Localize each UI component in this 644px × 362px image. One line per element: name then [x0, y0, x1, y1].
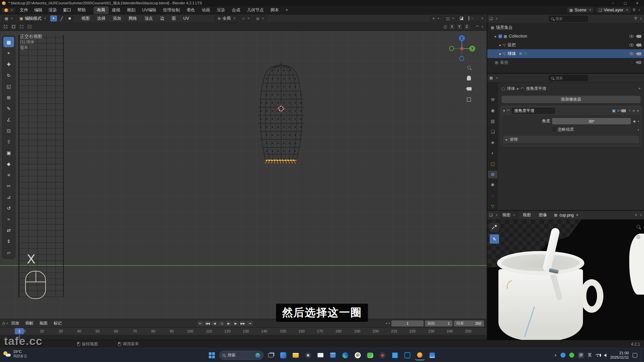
chrome-browser-button[interactable] — [353, 350, 363, 360]
navigation-gizmo[interactable]: Z Y — [448, 35, 475, 62]
menu-view[interactable]: 视图 — [36, 320, 50, 327]
tool-measure[interactable]: ∠ — [3, 114, 14, 125]
tool-transform[interactable]: ⊞ — [3, 92, 14, 103]
menu-view[interactable]: 视图 — [78, 15, 93, 22]
store-button[interactable] — [328, 350, 338, 360]
workspace-tab-uv[interactable]: UV编辑 — [139, 6, 160, 14]
annotate-tool[interactable]: ✎ — [489, 234, 499, 244]
camera-icon[interactable] — [637, 35, 641, 38]
tab-scene[interactable]: ◈ — [488, 138, 497, 146]
tool-smooth[interactable]: ≈ — [3, 214, 14, 224]
tray-icon-green[interactable] — [569, 353, 574, 358]
select-mode-vertex[interactable]: • — [50, 15, 57, 21]
outliner-row-scene-collection[interactable]: ▦ 场景集合 — [487, 23, 644, 32]
viewlayer-selector[interactable]: ❏ ViewLayer ✕ — [596, 7, 631, 13]
expand-icon[interactable]: ▸ — [495, 34, 497, 39]
wechat-button[interactable] — [365, 350, 375, 360]
ortho-grid-icon[interactable] — [465, 95, 473, 104]
breadcrumb-object[interactable]: 球体 — [507, 86, 515, 92]
mirror-z-toggle[interactable]: Z — [464, 24, 470, 30]
outliner-search-input[interactable] — [555, 17, 586, 21]
outliner-row-backup[interactable]: ▦ 备份 — [487, 58, 644, 67]
tab-tool[interactable]: ⚒ — [488, 96, 497, 104]
menu-file[interactable]: 文件 — [17, 7, 31, 14]
edge-browser-button[interactable] — [340, 350, 351, 360]
shading-wireframe-button[interactable] — [468, 16, 470, 21]
playhead-marker[interactable]: 1 — [15, 328, 24, 334]
prev-frame-button[interactable]: ◀ — [211, 320, 218, 326]
tab-output[interactable]: ▤ — [488, 117, 497, 125]
tool-edge-slide[interactable]: ⇄ — [3, 225, 14, 235]
tool-shrink-flatten[interactable]: ⇕ — [3, 236, 14, 246]
expand-icon[interactable]: ▸ — [499, 52, 501, 56]
breadcrumb-modifier[interactable]: 按角度平滑 — [526, 86, 546, 92]
pan-hand-icon[interactable] — [465, 74, 473, 82]
outliner-filter-icon[interactable]: ∇ — [635, 16, 637, 21]
gizmo-z-negative[interactable] — [459, 56, 464, 61]
ime-badge[interactable]: 拼 — [578, 352, 584, 358]
mesh-sphere-object[interactable] — [254, 54, 308, 168]
image-editor-canvas[interactable]: ✎ — [487, 220, 644, 340]
tab-view-layer[interactable]: ❏ — [488, 128, 497, 135]
viewlayer-unlink-icon[interactable]: ✕ — [626, 9, 628, 11]
tool-rotate[interactable]: ↻ — [3, 70, 14, 80]
image-pan-icon[interactable] — [634, 232, 643, 241]
select-mode-face[interactable]: ■ — [66, 15, 73, 21]
menu-keying[interactable]: 插帧 — [22, 320, 36, 327]
tab-world[interactable]: ◐ — [488, 149, 497, 157]
next-keyframe-button[interactable]: ▶▶ — [239, 320, 246, 326]
tool-spin[interactable]: ↺ — [3, 203, 14, 213]
properties-search[interactable] — [549, 75, 588, 81]
menu-face[interactable]: 面 — [169, 15, 179, 22]
tab-particles[interactable]: ✱ — [488, 181, 497, 189]
gizmo-y-negative[interactable] — [449, 46, 454, 51]
drag-handle-icon[interactable]: ≡ — [637, 109, 639, 113]
outliner-row-sphere[interactable]: ▸ ▽ 球体 ⚙ ▽ — [487, 49, 644, 58]
close-icon[interactable]: ✕ — [632, 109, 635, 113]
tab-modifiers[interactable]: ⚙ — [488, 171, 497, 178]
image-editor-icon[interactable]: ❏ — [489, 213, 493, 217]
prev-keyframe-button[interactable]: ◀◀ — [204, 320, 211, 326]
gizmo-z-axis[interactable]: Z — [459, 35, 465, 41]
mirror-x-toggle[interactable]: X — [449, 24, 455, 30]
keyframe-diamond-icon[interactable]: ◆ — [633, 119, 636, 123]
blender-menu-button[interactable]: ∨ — [2, 8, 15, 13]
scene-unlink-icon[interactable]: ✕ — [589, 9, 591, 11]
properties-editor-icon[interactable]: ▦ — [489, 76, 493, 80]
camera-icon[interactable] — [637, 52, 641, 55]
select-mode-edge[interactable]: ╱ — [58, 15, 65, 21]
outliner-search[interactable] — [549, 16, 588, 22]
play-reverse-button[interactable]: ◁ — [218, 320, 225, 326]
clock[interactable]: 21:00 2025/11/11 — [610, 351, 629, 360]
music-app-button[interactable] — [378, 350, 388, 360]
tool-move[interactable]: ✚ — [3, 59, 14, 69]
ignore-sharpness-checkbox[interactable] — [552, 128, 556, 131]
shading-material-button[interactable] — [474, 18, 476, 19]
expand-icon[interactable]: ▸ — [499, 43, 501, 47]
snap-arc-icon[interactable]: ◠ — [476, 24, 479, 29]
taskbar-search[interactable]: 搜索 — [219, 351, 264, 360]
workspace-tab-rendering[interactable]: 渲染 — [213, 6, 228, 14]
menu-edit[interactable]: 编辑 — [31, 7, 46, 14]
select-extend-button[interactable] — [10, 24, 17, 30]
workspace-tab-animation[interactable]: 动画 — [198, 6, 213, 14]
gizmo-y-axis[interactable]: Y — [469, 46, 475, 52]
shading-solid-button[interactable] — [471, 18, 473, 19]
start-button[interactable] — [207, 350, 217, 360]
workspace-tab-shading[interactable]: 着色 — [183, 6, 198, 14]
proportional-edit-dropdown[interactable]: ◎ ∨ — [254, 16, 267, 21]
select-intersect-button[interactable] — [26, 24, 33, 30]
image-menu-image[interactable]: 图像 — [536, 212, 550, 219]
angle-slider[interactable]: 30° — [552, 118, 631, 124]
mode-dropdown[interactable]: ▣ 编辑模式 ∨ — [17, 15, 49, 22]
tool-select-box[interactable]: ▦ — [3, 37, 14, 47]
properties-search-input[interactable] — [555, 76, 586, 80]
manage-subpanel[interactable]: ▸ 管理 — [503, 136, 639, 143]
outliner-row-handle[interactable]: ▸ ▽ 提把 — [487, 41, 644, 49]
xray-toggle[interactable] — [458, 15, 465, 21]
modifier-name-field[interactable]: 按角度平滑 — [512, 108, 555, 114]
outliner-editor-icon[interactable]: ❏ — [489, 16, 493, 21]
minimize-button[interactable]: − — [608, 0, 618, 6]
camera-icon[interactable] — [637, 61, 641, 64]
animate-dot-icon[interactable]: • — [638, 128, 639, 132]
